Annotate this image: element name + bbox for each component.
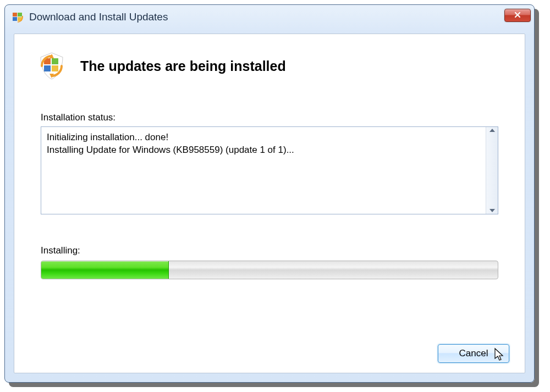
- window-title: Download and Install Updates: [29, 11, 504, 23]
- installing-label: Installing:: [41, 245, 498, 256]
- svg-rect-8: [52, 65, 58, 71]
- page-heading: The updates are being installed: [80, 58, 286, 74]
- scroll-up-icon[interactable]: [490, 129, 495, 132]
- svg-rect-1: [18, 13, 22, 16]
- content-panel: The updates are being installed Installa…: [14, 34, 525, 373]
- status-label: Installation status:: [41, 112, 498, 123]
- mouse-cursor-icon: [494, 347, 505, 362]
- close-icon: [514, 11, 521, 20]
- scroll-down-icon[interactable]: [490, 209, 495, 212]
- status-text: Initializing installation... done! Insta…: [41, 127, 486, 214]
- windows-update-icon: [12, 11, 24, 23]
- svg-rect-6: [52, 58, 58, 64]
- header-row: The updates are being installed: [14, 34, 525, 87]
- progress-bar: [41, 261, 498, 279]
- button-row: Cancel: [438, 344, 509, 363]
- windows-update-shield-icon: [36, 51, 67, 81]
- status-section: Installation status: Initializing instal…: [14, 112, 525, 279]
- cancel-button-label: Cancel: [459, 348, 488, 359]
- svg-rect-0: [13, 13, 17, 16]
- cancel-button[interactable]: Cancel: [438, 344, 509, 363]
- progress-fill: [41, 261, 169, 279]
- dialog-window: Download and Install Updates: [4, 4, 535, 383]
- svg-rect-2: [13, 17, 17, 21]
- titlebar[interactable]: Download and Install Updates: [5, 5, 534, 29]
- close-button[interactable]: [504, 9, 531, 22]
- svg-rect-7: [44, 65, 51, 71]
- status-textbox: Initializing installation... done! Insta…: [41, 126, 498, 214]
- scrollbar[interactable]: [486, 127, 498, 214]
